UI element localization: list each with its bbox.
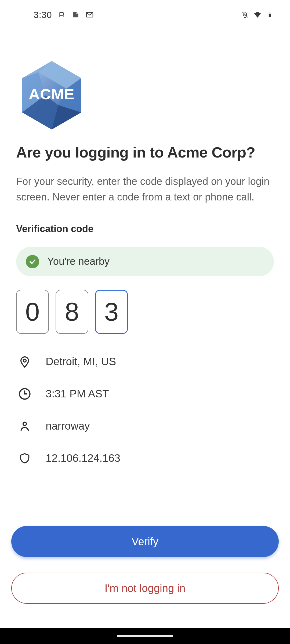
page-title: Are you logging in to Acme Corp?	[16, 144, 274, 161]
ip-text: 12.106.124.163	[46, 452, 120, 464]
shield-icon	[17, 451, 32, 466]
status-time: 3:30	[34, 10, 52, 20]
logo-text: ACME	[29, 86, 75, 103]
check-circle-icon	[26, 255, 39, 268]
verify-button[interactable]: Verify	[11, 526, 279, 557]
nearby-status-text: You're nearby	[47, 256, 110, 267]
user-row: narroway	[16, 412, 274, 444]
time-row: 3:31 PM AST	[16, 380, 274, 412]
duo-icon	[58, 11, 66, 19]
notifications-off-icon	[241, 11, 249, 19]
time-text: 3:31 PM AST	[46, 388, 109, 400]
app-logo: ACME	[19, 59, 85, 131]
location-pin-icon	[17, 354, 32, 369]
nearby-status-pill: You're nearby	[16, 247, 274, 276]
user-icon	[17, 419, 32, 434]
verification-code-label: Verification code	[16, 223, 274, 235]
code-digit-1[interactable]	[16, 290, 49, 334]
code-input-row	[16, 290, 274, 334]
not-logging-in-button[interactable]: I'm not logging in	[11, 573, 279, 604]
wifi-icon	[253, 11, 262, 19]
svg-point-13	[23, 422, 26, 425]
svg-rect-4	[269, 13, 271, 14]
nav-handle-icon	[117, 635, 173, 637]
page-subtitle: For your security, enter the code displa…	[16, 174, 274, 205]
svg-rect-3	[269, 13, 270, 13]
gmail-icon	[86, 11, 94, 19]
svg-point-11	[23, 359, 26, 362]
location-row: Detroit, MI, US	[16, 348, 274, 380]
code-digit-3[interactable]	[95, 290, 128, 334]
gesture-nav-bar[interactable]	[0, 628, 290, 644]
status-bar: 3:30	[0, 0, 290, 30]
user-text: narroway	[46, 420, 90, 432]
clock-icon	[17, 386, 32, 401]
ip-row: 12.106.124.163	[16, 444, 274, 477]
location-text: Detroit, MI, US	[46, 356, 116, 368]
battery-icon	[266, 11, 274, 19]
code-digit-2[interactable]	[56, 290, 88, 334]
note-icon	[72, 11, 80, 19]
